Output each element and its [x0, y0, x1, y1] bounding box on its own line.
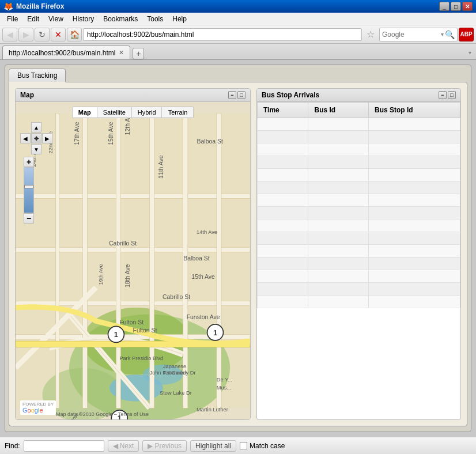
app-content: Map − □: [9, 82, 467, 426]
svg-text:1: 1: [114, 330, 118, 339]
match-case-label[interactable]: Match case: [240, 442, 285, 450]
table-cell: [308, 258, 369, 270]
table-cell: [258, 232, 308, 245]
svg-text:1: 1: [213, 328, 217, 337]
search-input[interactable]: [382, 31, 440, 39]
new-tab-button[interactable]: +: [133, 48, 144, 59]
table-cell: [369, 207, 460, 220]
match-case-checkbox[interactable]: [240, 442, 247, 449]
zoom-in-button[interactable]: +: [24, 157, 34, 167]
toolbar: ◀ ▶ ↻ ✕ 🏠 ☆ ▾ 🔍 ABP: [0, 25, 476, 44]
menu-history[interactable]: History: [68, 14, 99, 24]
table-cell: [258, 207, 308, 220]
table-row: [258, 194, 460, 207]
bus-maximize-button[interactable]: □: [448, 91, 456, 99]
menu-bookmarks[interactable]: Bookmarks: [99, 14, 142, 24]
svg-text:Martin Luther: Martin Luther: [197, 407, 228, 413]
table-cell: [258, 258, 308, 270]
svg-text:De Y...: De Y...: [217, 377, 232, 383]
reload-button[interactable]: ↻: [35, 28, 50, 41]
back-button[interactable]: ◀: [2, 28, 17, 41]
map-copyright: Map data ©2010 Google – Terms of Use: [56, 411, 149, 417]
menu-help[interactable]: Help: [168, 14, 191, 24]
bus-minimize-button[interactable]: −: [439, 91, 447, 99]
table-cell: [369, 143, 460, 156]
svg-text:19th Ave: 19th Ave: [98, 264, 104, 285]
svg-rect-8: [16, 247, 250, 252]
tab-bus-tracking[interactable]: Bus Tracking: [9, 69, 66, 82]
nav-center-button[interactable]: ✥: [31, 133, 41, 143]
menu-view[interactable]: View: [44, 14, 68, 24]
map-minimize-button[interactable]: −: [228, 91, 236, 99]
tab-close-button[interactable]: ✕: [119, 49, 124, 56]
table-cell: [258, 143, 308, 156]
find-input[interactable]: [24, 440, 104, 452]
map-type-hybrid[interactable]: Hybrid: [132, 107, 163, 118]
nav-up-button[interactable]: ▲: [31, 122, 41, 133]
app-tab-bar: Bus Tracking: [9, 69, 467, 82]
title-bar: 🦊 Mozilla Firefox _ □ ✕: [0, 0, 476, 13]
bookmark-star-button[interactable]: ☆: [363, 28, 378, 41]
zoom-bar[interactable]: [24, 167, 34, 213]
browser-tab[interactable]: http://localhost:9002/bus/main.html ✕: [2, 46, 130, 59]
bus-panel-title: Bus Stop Arrivals: [262, 91, 319, 99]
table-row: [258, 207, 460, 220]
table-row: [258, 169, 460, 181]
tab-scrollbar: ▾: [466, 46, 474, 59]
svg-text:Park Presidio Blvd: Park Presidio Blvd: [119, 355, 163, 361]
svg-text:Cabrillo St: Cabrillo St: [163, 294, 190, 300]
zoom-out-button[interactable]: −: [24, 213, 34, 224]
menu-file[interactable]: File: [2, 14, 22, 24]
table-cell: [258, 181, 308, 194]
svg-rect-16: [56, 114, 59, 408]
search-dropdown-button[interactable]: ▾: [440, 31, 445, 37]
home-button[interactable]: 🏠: [67, 28, 82, 41]
previous-button[interactable]: ▶ Previous: [142, 440, 187, 452]
forward-button[interactable]: ▶: [18, 28, 33, 41]
svg-rect-15: [217, 114, 221, 408]
next-button[interactable]: ◀ Next: [108, 440, 139, 452]
table-cell: [258, 194, 308, 207]
menu-tools[interactable]: Tools: [142, 14, 168, 24]
map-type-satellite[interactable]: Satellite: [97, 107, 132, 118]
menu-bar: File Edit View History Bookmarks Tools H…: [0, 13, 476, 25]
bus-panel-header: Bus Stop Arrivals − □: [257, 89, 460, 102]
stop-button[interactable]: ✕: [51, 28, 66, 41]
app-container: Bus Tracking Map − □: [5, 65, 471, 432]
map-panel: Map − □: [15, 88, 251, 420]
search-go-button[interactable]: 🔍: [445, 30, 455, 39]
highlight-all-button[interactable]: Highlight all: [190, 440, 236, 452]
table-cell: [258, 156, 308, 169]
table-row: [258, 296, 460, 308]
google-brand: Google: [22, 407, 43, 414]
restore-button[interactable]: □: [451, 2, 461, 11]
svg-text:14th Ave: 14th Ave: [197, 229, 217, 235]
map-maximize-button[interactable]: □: [237, 91, 245, 99]
map-type-map[interactable]: Map: [73, 107, 97, 118]
map-panel-controls: − □: [228, 91, 245, 99]
zoom-slider[interactable]: [24, 185, 33, 188]
browser-tab-label: http://localhost:9002/bus/main.html: [9, 49, 115, 57]
table-cell: [308, 207, 369, 220]
nav-down-button[interactable]: ▼: [31, 144, 41, 154]
table-cell: [258, 283, 308, 296]
table-cell: [258, 169, 308, 181]
table-row: [258, 131, 460, 143]
table-cell: [308, 118, 369, 131]
svg-text:Funston Ave: Funston Ave: [187, 314, 220, 320]
table-cell: [308, 156, 369, 169]
table-row: [258, 232, 460, 245]
nav-left-button[interactable]: ◀: [20, 133, 31, 143]
menu-edit[interactable]: Edit: [22, 14, 44, 24]
table-cell: [308, 220, 369, 232]
svg-rect-13: [150, 114, 154, 408]
close-button[interactable]: ✕: [462, 2, 473, 11]
adblock-button[interactable]: ABP: [459, 28, 474, 41]
minimize-button[interactable]: _: [439, 2, 449, 11]
svg-text:15th Ave: 15th Ave: [108, 122, 114, 145]
map-type-terrain[interactable]: Terrain: [163, 107, 194, 118]
address-bar[interactable]: [83, 28, 362, 41]
table-cell: [308, 296, 369, 308]
svg-text:Cabrillo St: Cabrillo St: [109, 240, 137, 247]
nav-right-button[interactable]: ▶: [42, 133, 52, 143]
